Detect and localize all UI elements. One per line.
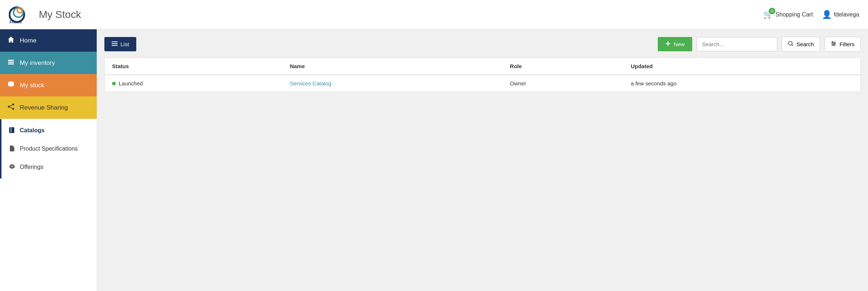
header: FI WARE tmforum My Stock 🛒 0 Shopping Ca… [0, 0, 868, 29]
book-icon [9, 126, 15, 135]
sidebar-item-my-stock[interactable]: My stock [0, 74, 97, 96]
offerings-label: Offerings [20, 164, 44, 170]
sidebar-revenue-label: Revenue Sharing [20, 104, 68, 111]
cart-icon-wrap: 🛒 0 [763, 10, 773, 19]
svg-point-11 [8, 106, 10, 108]
sidebar-item-my-inventory[interactable]: My inventory [0, 52, 97, 74]
share-icon [7, 103, 15, 112]
svg-point-24 [834, 43, 835, 44]
filters-icon [831, 41, 837, 48]
svg-point-25 [833, 45, 834, 46]
data-table: Status Name Role Updated Launched [105, 58, 860, 92]
user-icon: 👤 [822, 10, 832, 19]
table-body: Launched Services Catalog Owner a few se… [105, 75, 860, 92]
cell-name: Services Catalog [282, 75, 502, 92]
logo-icon: FI WARE tmforum [9, 4, 31, 25]
svg-rect-16 [112, 43, 118, 44]
page-title: My Stock [39, 9, 81, 21]
svg-rect-7 [8, 62, 14, 63]
cell-updated: a few seconds ago [623, 75, 860, 92]
sidebar-home-label: Home [20, 37, 36, 44]
cart-area[interactable]: 🛒 0 Shopping Cart [763, 10, 813, 19]
cube-icon [9, 163, 15, 171]
user-area[interactable]: 👤 fdelavega [822, 10, 859, 19]
main-layout: Home My inventory My stock [0, 29, 868, 291]
svg-line-13 [10, 105, 12, 106]
sidebar-item-home[interactable]: Home [0, 29, 97, 52]
list-button[interactable]: List [104, 37, 136, 51]
doc-icon [9, 145, 15, 153]
toolbar: List New Search [104, 37, 861, 52]
col-role: Role [502, 58, 623, 75]
product-specs-label: Product Specifications [20, 146, 78, 152]
header-right: 🛒 0 Shopping Cart 👤 fdelavega [763, 10, 859, 19]
table-header: Status Name Role Updated [105, 58, 860, 75]
svg-line-19 [791, 45, 793, 46]
table-row: Launched Services Catalog Owner a few se… [105, 75, 860, 92]
content-area: List New Search [97, 29, 868, 291]
plus-icon [665, 41, 671, 48]
svg-point-12 [12, 108, 14, 110]
sidebar-subitem-offerings[interactable]: Offerings [0, 158, 97, 176]
home-icon [7, 36, 15, 45]
stock-icon [7, 81, 15, 90]
sidebar: Home My inventory My stock [0, 29, 97, 291]
col-status: Status [105, 58, 282, 75]
cart-label: Shopping Cart [775, 11, 813, 18]
svg-text:tmforum: tmforum [10, 24, 23, 25]
sidebar-inventory-label: My inventory [20, 59, 55, 67]
status-dot [112, 82, 116, 85]
sub-nav: Catalogs Product Specifications [0, 119, 97, 178]
status-label: Launched [119, 80, 143, 86]
svg-rect-17 [112, 45, 118, 46]
user-label: fdelavega [834, 11, 859, 18]
cell-role: Owner [502, 75, 623, 92]
search-icon [788, 41, 794, 48]
sidebar-item-revenue-sharing[interactable]: Revenue Sharing [0, 96, 97, 119]
cart-badge: 0 [769, 8, 775, 14]
svg-line-14 [10, 107, 12, 108]
svg-rect-8 [8, 63, 14, 65]
svg-point-23 [832, 42, 833, 43]
logo-area: FI WARE tmforum My Stock [9, 4, 81, 25]
svg-rect-6 [8, 60, 14, 61]
svg-text:WARE: WARE [14, 21, 22, 24]
svg-point-10 [12, 104, 14, 106]
inventory-icon [7, 58, 15, 67]
table-wrap: Status Name Role Updated Launched [104, 58, 861, 92]
new-button[interactable]: New [658, 37, 692, 51]
search-input[interactable] [697, 37, 777, 51]
list-icon [112, 41, 118, 48]
svg-rect-15 [112, 41, 118, 42]
svg-text:FI: FI [10, 20, 13, 24]
sidebar-subitem-catalogs[interactable]: Catalogs [0, 121, 97, 140]
cell-status: Launched [105, 75, 282, 92]
col-updated: Updated [623, 58, 860, 75]
sidebar-subitem-product-specifications[interactable]: Product Specifications [0, 140, 97, 158]
sidebar-stock-label: My stock [20, 82, 44, 89]
col-name: Name [282, 58, 502, 75]
catalogs-label: Catalogs [20, 127, 45, 134]
catalog-link[interactable]: Services Catalog [290, 80, 331, 86]
filters-button[interactable]: Filters [824, 37, 861, 52]
search-button[interactable]: Search [782, 37, 820, 52]
